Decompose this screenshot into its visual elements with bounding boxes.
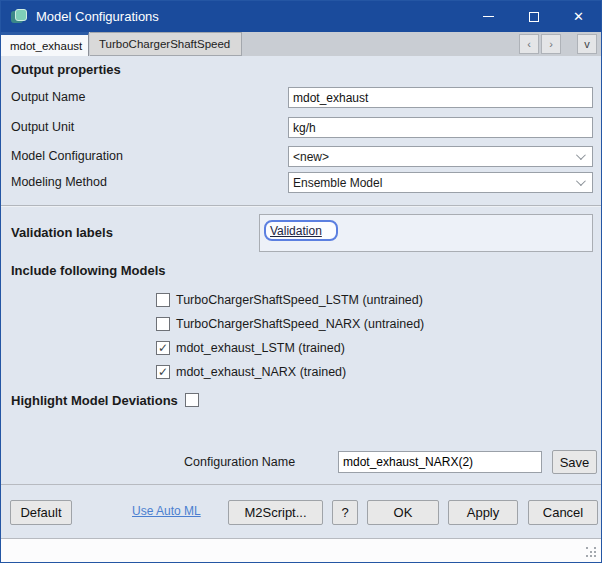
modeling-method-label: Modeling Method	[11, 172, 107, 193]
tab-turbochargershaftspeed[interactable]: TurboChargerShaftSpeed	[90, 32, 242, 56]
window-title: Model Configurations	[36, 9, 466, 24]
model-checkbox-label: TurboChargerShaftSpeed_LSTM (untrained)	[176, 293, 423, 307]
cancel-button[interactable]: Cancel	[528, 500, 598, 525]
tab-label: TurboChargerShaftSpeed	[99, 38, 230, 50]
model-checkbox-label: mdot_exhaust_LSTM (trained)	[176, 341, 345, 355]
chevron-down-icon	[570, 173, 588, 192]
tab-list-button[interactable]: v	[577, 34, 597, 54]
output-unit-label: Output Unit	[11, 117, 74, 138]
tab-label: mdot_exhaust	[10, 40, 82, 52]
highlight-deviations-row: Highlight Model Deviations	[11, 392, 199, 408]
modeling-method-value: Ensemble Model	[293, 176, 570, 190]
help-button[interactable]: ?	[332, 500, 358, 525]
apply-button[interactable]: Apply	[448, 500, 518, 525]
title-bar: Model Configurations ✕	[1, 1, 601, 32]
tab-scroll-left-button[interactable]: ‹	[519, 34, 539, 54]
m2script-button[interactable]: M2Script...	[228, 500, 323, 525]
validation-labels-box[interactable]: Validation	[259, 214, 593, 252]
maximize-icon	[529, 12, 539, 22]
tab-mdot-exhaust[interactable]: mdot_exhaust	[1, 32, 89, 56]
model-configuration-select[interactable]: <new>	[288, 146, 593, 167]
model-checkbox-row[interactable]: ✓ mdot_exhaust_NARX (trained)	[156, 364, 346, 380]
configuration-name-label: Configuration Name	[184, 455, 295, 469]
chevron-right-icon: ›	[549, 38, 553, 50]
close-icon: ✕	[573, 10, 584, 23]
app-icon	[11, 9, 27, 25]
highlight-deviations-label: Highlight Model Deviations	[11, 393, 178, 408]
maximize-button[interactable]	[511, 1, 556, 32]
save-button[interactable]: Save	[552, 450, 597, 474]
checkbox-unchecked-icon[interactable]	[156, 317, 170, 331]
model-configuration-label: Model Configuration	[11, 146, 123, 167]
footer-separator	[1, 484, 601, 485]
minimize-icon	[483, 16, 494, 17]
resize-grip[interactable]	[586, 547, 596, 557]
tab-bar: mdot_exhaust TurboChargerShaftSpeed ‹ › …	[1, 32, 601, 56]
use-auto-ml-link[interactable]: Use Auto ML	[132, 504, 201, 518]
chevron-left-icon: ‹	[527, 38, 531, 50]
checkbox-unchecked-icon[interactable]	[156, 293, 170, 307]
status-bar	[1, 538, 601, 562]
validation-labels-label: Validation labels	[11, 222, 113, 243]
chevron-down-icon	[570, 147, 588, 166]
output-unit-input[interactable]	[288, 117, 593, 138]
output-name-input[interactable]	[288, 87, 593, 108]
output-properties-header: Output properties	[11, 62, 121, 77]
model-configuration-value: <new>	[293, 150, 570, 164]
include-models-header: Include following Models	[11, 260, 166, 281]
modeling-method-select[interactable]: Ensemble Model	[288, 172, 593, 193]
chevron-down-icon: v	[584, 38, 590, 50]
section-separator	[1, 205, 601, 207]
ok-button[interactable]: OK	[367, 500, 439, 525]
model-checkbox-label: mdot_exhaust_NARX (trained)	[176, 365, 346, 379]
checkbox-checked-icon[interactable]: ✓	[156, 365, 170, 379]
minimize-button[interactable]	[466, 1, 511, 32]
output-name-label: Output Name	[11, 87, 85, 108]
model-checkbox-label: TurboChargerShaftSpeed_NARX (untrained)	[176, 317, 424, 331]
close-button[interactable]: ✕	[556, 1, 601, 32]
default-button[interactable]: Default	[10, 500, 72, 525]
model-checkbox-row[interactable]: TurboChargerShaftSpeed_NARX (untrained)	[156, 316, 424, 332]
checkbox-checked-icon[interactable]: ✓	[156, 341, 170, 355]
tab-scroll-right-button[interactable]: ›	[541, 34, 561, 54]
configuration-name-input[interactable]	[338, 451, 542, 473]
checkbox-unchecked-icon[interactable]	[185, 393, 199, 407]
model-configurations-dialog: Model Configurations ✕ mdot_exhaust Turb…	[0, 0, 602, 563]
validation-chip[interactable]: Validation	[264, 220, 338, 241]
model-checkbox-row[interactable]: ✓ mdot_exhaust_LSTM (trained)	[156, 340, 345, 356]
model-checkbox-row[interactable]: TurboChargerShaftSpeed_LSTM (untrained)	[156, 292, 423, 308]
